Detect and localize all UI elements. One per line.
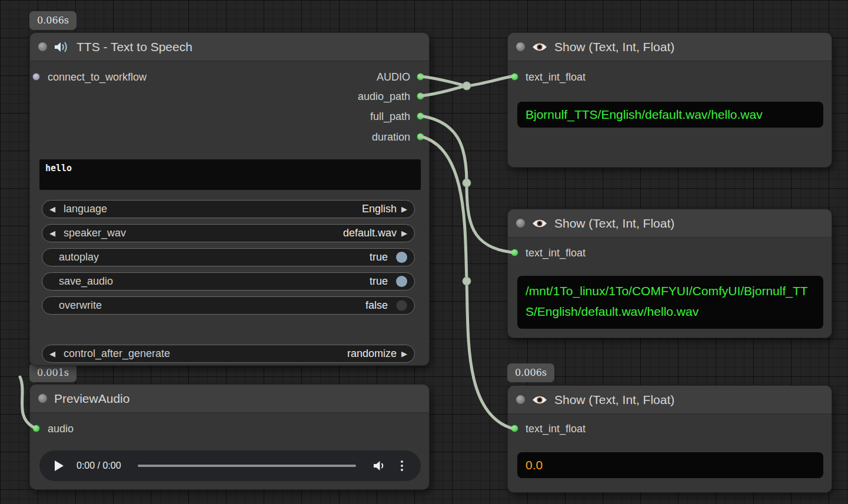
play-icon[interactable]: [55, 460, 64, 471]
speaker-waves-icon: [54, 41, 69, 54]
widget-label: save_audio: [59, 275, 365, 288]
reroute-dot[interactable]: [463, 82, 471, 90]
widget-speaker-wav[interactable]: ◀ speaker_wav default.wav ▶: [42, 224, 415, 242]
kebab-menu-icon[interactable]: [398, 460, 405, 471]
node-title: Show (Text, Int, Float): [554, 40, 674, 54]
node-title: Show (Text, Int, Float): [554, 393, 674, 407]
node-header[interactable]: Show (Text, Int, Float): [508, 209, 832, 238]
widget-language[interactable]: ◀ language English ▶: [42, 200, 415, 218]
input-label: text_int_float: [508, 69, 586, 85]
timing-badge-preview-audio: 0.001s: [29, 363, 77, 382]
show-value-display: 0.0: [517, 452, 823, 478]
collapse-dot[interactable]: [516, 42, 525, 51]
node-title: TTS - Text to Speech: [77, 40, 192, 54]
output-label-audio: AUDIO: [377, 69, 410, 85]
right-arrow-icon[interactable]: ▶: [401, 229, 407, 237]
input-port-audio[interactable]: [32, 425, 40, 432]
timing-badge-show3: 0.006s: [507, 363, 554, 382]
volume-icon[interactable]: [373, 460, 385, 472]
show-value-display: /mnt/1To_linux/1To/COMFYUI/ComfyUI/Bjorn…: [517, 276, 823, 329]
output-label-duration: duration: [372, 129, 410, 145]
left-arrow-icon[interactable]: ◀: [49, 229, 55, 237]
audio-player[interactable]: 0:00 / 0:00: [39, 450, 421, 481]
widget-value: randomize: [347, 348, 397, 360]
widget-value: true: [370, 251, 388, 263]
audio-time: 0:00 / 0:00: [77, 460, 121, 471]
right-arrow-icon[interactable]: ▶: [401, 350, 407, 358]
input-slot-row: text_int_float: [508, 421, 684, 436]
input-slot-row: audio: [30, 421, 207, 436]
widget-label: control_after_generate: [64, 348, 342, 360]
node-show-1[interactable]: Show (Text, Int, Float) text_int_float B…: [507, 32, 832, 168]
widget-value: default.wav: [343, 227, 397, 239]
node-header[interactable]: Show (Text, Int, Float): [508, 33, 832, 61]
output-label-audio-path: audio_path: [358, 89, 410, 104]
text-input[interactable]: hello: [39, 159, 421, 190]
wire-to-show1: [468, 76, 511, 86]
show-value-display: Bjornulf_TTS/English/default.wav/hello.w…: [517, 102, 823, 128]
wire-duration-to-show3: [421, 136, 511, 428]
node-graph-canvas[interactable]: 0.066s 0.001s 0.006s TTS - Text to Speec…: [0, 0, 848, 504]
eye-icon: [532, 42, 547, 52]
collapse-dot[interactable]: [38, 394, 47, 403]
output-port-audio-path[interactable]: [417, 92, 424, 100]
node-header[interactable]: TTS - Text to Speech: [30, 33, 429, 61]
toggle-knob[interactable]: [396, 276, 407, 287]
widget-save-audio[interactable]: save_audio true: [42, 272, 415, 291]
output-port-duration[interactable]: [417, 133, 424, 141]
seek-slider[interactable]: [138, 465, 356, 467]
node-preview-audio[interactable]: PreviewAudio audio 0:00 / 0:00: [29, 384, 430, 490]
output-slot-row: full_path: [30, 109, 430, 124]
left-arrow-icon[interactable]: ◀: [49, 205, 55, 213]
input-slot-row: text_int_float: [508, 69, 684, 85]
widget-label: language: [64, 203, 357, 215]
toggle-knob[interactable]: [396, 300, 407, 311]
widget-value: true: [370, 275, 388, 288]
node-header[interactable]: PreviewAudio: [30, 385, 429, 413]
reroute-dot[interactable]: [463, 179, 471, 187]
wire-full-path-to-show2: [421, 116, 511, 252]
widget-control-after-generate[interactable]: ◀ control_after_generate randomize ▶: [42, 345, 415, 363]
input-label: text_int_float: [508, 421, 586, 436]
node-show-2[interactable]: Show (Text, Int, Float) text_int_float /…: [507, 209, 832, 338]
eye-icon: [532, 395, 547, 405]
node-show-3[interactable]: Show (Text, Int, Float) text_int_float 0…: [507, 385, 832, 493]
left-arrow-icon[interactable]: ◀: [49, 350, 55, 358]
widget-label: autoplay: [59, 251, 365, 263]
input-port-text-int-float[interactable]: [511, 249, 518, 256]
output-port-full-path[interactable]: [417, 112, 424, 120]
input-port-text-int-float[interactable]: [511, 73, 518, 81]
output-slot-row: AUDIO: [30, 69, 430, 85]
right-arrow-icon[interactable]: ▶: [401, 205, 407, 213]
widget-label: speaker_wav: [64, 227, 338, 239]
collapse-dot[interactable]: [516, 219, 525, 228]
widget-label: overwrite: [59, 299, 361, 312]
output-label-full-path: full_path: [370, 109, 410, 124]
node-title: Show (Text, Int, Float): [554, 216, 674, 231]
node-header[interactable]: Show (Text, Int, Float): [508, 386, 832, 414]
input-slot-row: text_int_float: [508, 245, 684, 261]
widget-autoplay[interactable]: autoplay true: [42, 248, 415, 266]
output-slot-row: audio_path: [30, 89, 430, 104]
output-slot-row: duration: [30, 129, 430, 145]
output-port-audio[interactable]: [417, 73, 424, 81]
input-port-text-int-float[interactable]: [511, 425, 518, 432]
widget-overwrite[interactable]: overwrite false: [42, 296, 415, 315]
node-tts-text-to-speech[interactable]: TTS - Text to Speech connect_to_workflow…: [29, 32, 430, 366]
collapse-dot[interactable]: [38, 42, 47, 51]
widget-value: false: [365, 299, 388, 312]
node-title: PreviewAudio: [54, 392, 129, 406]
toggle-knob[interactable]: [396, 252, 407, 263]
timing-badge-tts: 0.066s: [29, 11, 77, 30]
widget-value: English: [362, 203, 397, 215]
eye-icon: [532, 218, 547, 229]
input-label: text_int_float: [508, 245, 586, 261]
reroute-dot[interactable]: [463, 277, 471, 285]
collapse-dot[interactable]: [516, 395, 525, 404]
